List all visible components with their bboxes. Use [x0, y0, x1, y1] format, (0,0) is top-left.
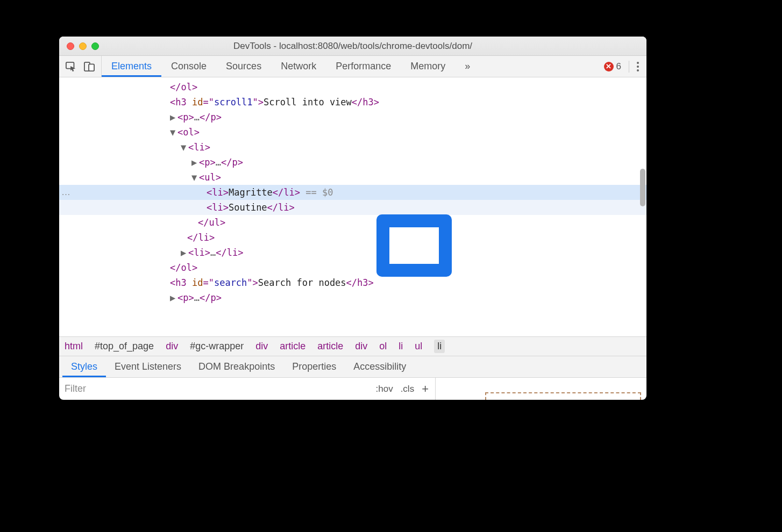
dom-node-row[interactable]: ▼ <li>	[59, 140, 646, 155]
breadcrumb-item[interactable]: html	[65, 341, 83, 352]
tab-performance[interactable]: Performance	[326, 56, 401, 77]
tab-label: Sources	[226, 61, 261, 72]
settings-menu-icon[interactable]	[637, 62, 639, 71]
minimize-window-button[interactable]	[79, 42, 87, 50]
scrollbar-track[interactable]	[639, 77, 645, 336]
subtab-label: Event Listeners	[115, 361, 181, 372]
dom-tree[interactable]: ▶ <li>…</li></ol><h3 id="scroll1">Scroll…	[59, 77, 646, 305]
devtools-window: DevTools - localhost:8080/web/tools/chro…	[59, 37, 646, 400]
breadcrumb-item[interactable]: div	[166, 341, 178, 352]
error-count-badge[interactable]: ✕ 6	[604, 61, 621, 72]
subtab-label: Properties	[292, 361, 336, 372]
dom-node-row[interactable]: ▼ <ol>	[59, 125, 646, 140]
breadcrumb-item[interactable]: #top_of_page	[95, 341, 154, 352]
filter-tools: :hov .cls +	[369, 382, 436, 396]
panel-tabs: Elements Console Sources Network Perform…	[102, 56, 480, 77]
dom-node-row[interactable]: <li>Soutine</li>	[59, 200, 646, 215]
breadcrumb-item[interactable]: ul	[415, 341, 422, 352]
error-count: 6	[616, 61, 621, 72]
styles-filter-input[interactable]	[59, 383, 369, 394]
titlebar: DevTools - localhost:8080/web/tools/chro…	[59, 37, 646, 56]
overflow-icon: »	[465, 61, 470, 72]
toolbar-left-tools	[59, 56, 102, 77]
separator	[629, 61, 629, 73]
dom-node-row[interactable]: </li>	[59, 230, 646, 245]
close-window-button[interactable]	[67, 42, 74, 50]
cursor-overlay-icon	[376, 214, 452, 277]
tab-label: Memory	[410, 61, 445, 72]
tab-memory[interactable]: Memory	[401, 56, 455, 77]
traffic-lights	[67, 42, 99, 50]
toolbar-right: ✕ 6	[604, 61, 646, 73]
zoom-window-button[interactable]	[91, 42, 99, 50]
dom-node-row[interactable]: ▶ <p>…</p>	[59, 290, 646, 305]
tab-label: Console	[171, 61, 207, 72]
svg-rect-2	[89, 64, 94, 71]
styles-subtabs: Styles Event Listeners DOM Breakpoints P…	[59, 356, 646, 377]
scrollbar-thumb[interactable]	[640, 169, 645, 206]
breadcrumb-item[interactable]: li	[399, 341, 403, 352]
breadcrumb-item[interactable]: div	[355, 341, 367, 352]
dom-node-row[interactable]: ▶ <p>…</p>	[59, 110, 646, 125]
inspect-element-icon[interactable]	[66, 61, 76, 72]
window-title: DevTools - localhost:8080/web/tools/chro…	[59, 41, 646, 52]
device-toolbar-icon[interactable]	[84, 61, 95, 72]
subtab-properties[interactable]: Properties	[283, 356, 345, 377]
dom-tree-panel: ▶ <li>…</li></ol><h3 id="scroll1">Scroll…	[59, 77, 646, 336]
error-icon: ✕	[604, 62, 614, 71]
dom-node-row[interactable]: </ul>	[59, 215, 646, 230]
dom-node-row[interactable]: …<li>Magritte</li> == $0	[59, 185, 646, 200]
hover-toggle[interactable]: :hov	[376, 384, 393, 394]
breadcrumb-item[interactable]: article	[317, 341, 343, 352]
subtab-dom-breakpoints[interactable]: DOM Breakpoints	[190, 356, 283, 377]
dom-node-row[interactable]: </ol>	[59, 80, 646, 95]
box-model-margin	[485, 392, 641, 400]
filter-left: :hov .cls +	[59, 378, 436, 400]
dom-node-row[interactable]: </ol>	[59, 260, 646, 275]
tab-elements[interactable]: Elements	[102, 56, 161, 77]
metrics-pane	[436, 378, 646, 400]
breadcrumb-item[interactable]: #gc-wrapper	[190, 341, 244, 352]
tab-label: Elements	[111, 61, 152, 72]
tab-network[interactable]: Network	[271, 56, 326, 77]
subtab-label: Accessibility	[353, 361, 406, 372]
tabs-overflow[interactable]: »	[455, 56, 480, 77]
breadcrumb-item[interactable]: li	[434, 340, 445, 353]
dom-node-row[interactable]: ▼ <ul>	[59, 170, 646, 185]
main-toolbar: Elements Console Sources Network Perform…	[59, 56, 646, 77]
tab-console[interactable]: Console	[161, 56, 216, 77]
breadcrumb-item[interactable]: article	[280, 341, 305, 352]
subtab-event-listeners[interactable]: Event Listeners	[106, 356, 190, 377]
dom-node-row[interactable]: ▶ <p>…</p>	[59, 155, 646, 170]
subtab-styles[interactable]: Styles	[62, 356, 106, 377]
styles-filter-row: :hov .cls +	[59, 377, 646, 400]
class-toggle[interactable]: .cls	[401, 384, 415, 394]
subtab-label: Styles	[71, 361, 97, 372]
new-style-rule-button[interactable]: +	[422, 382, 429, 396]
tab-sources[interactable]: Sources	[216, 56, 271, 77]
subtab-label: DOM Breakpoints	[198, 361, 275, 372]
breadcrumb-item[interactable]: ol	[379, 341, 387, 352]
tab-label: Performance	[336, 61, 391, 72]
dom-node-row[interactable]: <h3 id="scroll1">Scroll into view</h3>	[59, 95, 646, 110]
tab-label: Network	[281, 61, 316, 72]
dom-node-row[interactable]: ▶ <li>…</li>	[59, 245, 646, 260]
subtab-accessibility[interactable]: Accessibility	[345, 356, 415, 377]
dom-breadcrumb: html#top_of_pagediv#gc-wrapperdivarticle…	[59, 336, 646, 356]
dom-node-row[interactable]: <h3 id="search">Search for nodes</h3>	[59, 275, 646, 290]
breadcrumb-item[interactable]: div	[255, 341, 268, 352]
